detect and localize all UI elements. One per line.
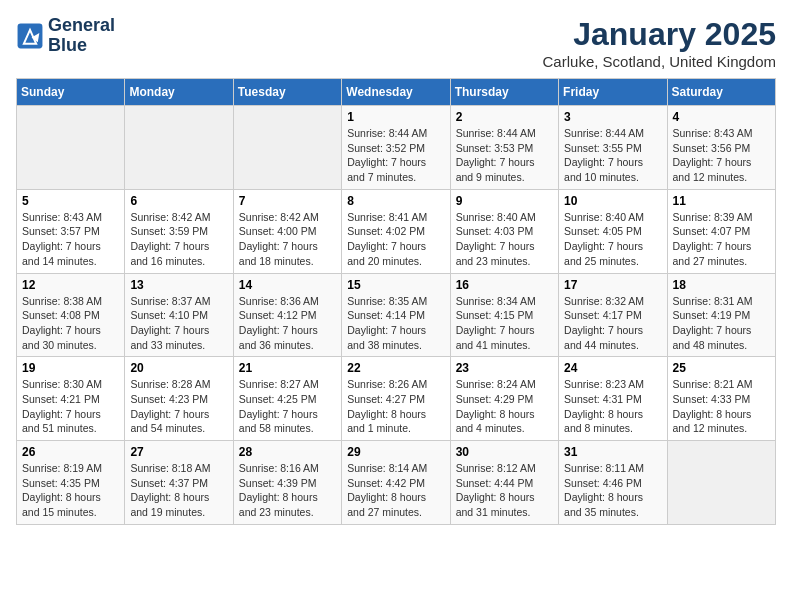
day-info: Sunrise: 8:40 AMSunset: 4:05 PMDaylight:… — [564, 210, 661, 269]
day-number: 6 — [130, 194, 227, 208]
logo-line2: Blue — [48, 36, 115, 56]
calendar-cell: 15Sunrise: 8:35 AMSunset: 4:14 PMDayligh… — [342, 273, 450, 357]
day-number: 23 — [456, 361, 553, 375]
day-info: Sunrise: 8:34 AMSunset: 4:15 PMDaylight:… — [456, 294, 553, 353]
day-info: Sunrise: 8:19 AMSunset: 4:35 PMDaylight:… — [22, 461, 119, 520]
day-info: Sunrise: 8:24 AMSunset: 4:29 PMDaylight:… — [456, 377, 553, 436]
calendar-cell: 25Sunrise: 8:21 AMSunset: 4:33 PMDayligh… — [667, 357, 775, 441]
calendar-week-1: 1Sunrise: 8:44 AMSunset: 3:52 PMDaylight… — [17, 106, 776, 190]
day-info: Sunrise: 8:30 AMSunset: 4:21 PMDaylight:… — [22, 377, 119, 436]
day-number: 1 — [347, 110, 444, 124]
day-number: 3 — [564, 110, 661, 124]
day-info: Sunrise: 8:40 AMSunset: 4:03 PMDaylight:… — [456, 210, 553, 269]
calendar-cell: 18Sunrise: 8:31 AMSunset: 4:19 PMDayligh… — [667, 273, 775, 357]
calendar-cell: 19Sunrise: 8:30 AMSunset: 4:21 PMDayligh… — [17, 357, 125, 441]
day-header-friday: Friday — [559, 79, 667, 106]
day-header-monday: Monday — [125, 79, 233, 106]
day-info: Sunrise: 8:18 AMSunset: 4:37 PMDaylight:… — [130, 461, 227, 520]
day-info: Sunrise: 8:16 AMSunset: 4:39 PMDaylight:… — [239, 461, 336, 520]
day-number: 25 — [673, 361, 770, 375]
calendar-cell: 20Sunrise: 8:28 AMSunset: 4:23 PMDayligh… — [125, 357, 233, 441]
calendar-cell: 27Sunrise: 8:18 AMSunset: 4:37 PMDayligh… — [125, 441, 233, 525]
day-number: 29 — [347, 445, 444, 459]
day-number: 30 — [456, 445, 553, 459]
day-info: Sunrise: 8:42 AMSunset: 3:59 PMDaylight:… — [130, 210, 227, 269]
day-number: 4 — [673, 110, 770, 124]
page-header: General Blue January 2025 Carluke, Scotl… — [16, 16, 776, 70]
calendar-subtitle: Carluke, Scotland, United Kingdom — [543, 53, 776, 70]
calendar-cell: 21Sunrise: 8:27 AMSunset: 4:25 PMDayligh… — [233, 357, 341, 441]
day-number: 9 — [456, 194, 553, 208]
calendar-cell — [233, 106, 341, 190]
day-number: 22 — [347, 361, 444, 375]
day-info: Sunrise: 8:32 AMSunset: 4:17 PMDaylight:… — [564, 294, 661, 353]
day-number: 27 — [130, 445, 227, 459]
day-info: Sunrise: 8:44 AMSunset: 3:52 PMDaylight:… — [347, 126, 444, 185]
calendar-week-3: 12Sunrise: 8:38 AMSunset: 4:08 PMDayligh… — [17, 273, 776, 357]
day-number: 16 — [456, 278, 553, 292]
day-number: 10 — [564, 194, 661, 208]
day-info: Sunrise: 8:36 AMSunset: 4:12 PMDaylight:… — [239, 294, 336, 353]
day-number: 12 — [22, 278, 119, 292]
calendar-cell: 6Sunrise: 8:42 AMSunset: 3:59 PMDaylight… — [125, 189, 233, 273]
day-header-wednesday: Wednesday — [342, 79, 450, 106]
calendar-cell — [125, 106, 233, 190]
day-header-thursday: Thursday — [450, 79, 558, 106]
day-number: 18 — [673, 278, 770, 292]
calendar-week-4: 19Sunrise: 8:30 AMSunset: 4:21 PMDayligh… — [17, 357, 776, 441]
day-number: 8 — [347, 194, 444, 208]
day-info: Sunrise: 8:12 AMSunset: 4:44 PMDaylight:… — [456, 461, 553, 520]
calendar-cell: 14Sunrise: 8:36 AMSunset: 4:12 PMDayligh… — [233, 273, 341, 357]
calendar-cell: 29Sunrise: 8:14 AMSunset: 4:42 PMDayligh… — [342, 441, 450, 525]
day-number: 26 — [22, 445, 119, 459]
day-info: Sunrise: 8:27 AMSunset: 4:25 PMDaylight:… — [239, 377, 336, 436]
calendar-week-5: 26Sunrise: 8:19 AMSunset: 4:35 PMDayligh… — [17, 441, 776, 525]
day-info: Sunrise: 8:41 AMSunset: 4:02 PMDaylight:… — [347, 210, 444, 269]
day-info: Sunrise: 8:14 AMSunset: 4:42 PMDaylight:… — [347, 461, 444, 520]
calendar-table: SundayMondayTuesdayWednesdayThursdayFrid… — [16, 78, 776, 525]
logo: General Blue — [16, 16, 115, 56]
day-info: Sunrise: 8:43 AMSunset: 3:57 PMDaylight:… — [22, 210, 119, 269]
calendar-cell: 22Sunrise: 8:26 AMSunset: 4:27 PMDayligh… — [342, 357, 450, 441]
logo-line1: General — [48, 16, 115, 36]
day-info: Sunrise: 8:28 AMSunset: 4:23 PMDaylight:… — [130, 377, 227, 436]
calendar-cell: 10Sunrise: 8:40 AMSunset: 4:05 PMDayligh… — [559, 189, 667, 273]
calendar-cell: 13Sunrise: 8:37 AMSunset: 4:10 PMDayligh… — [125, 273, 233, 357]
day-info: Sunrise: 8:21 AMSunset: 4:33 PMDaylight:… — [673, 377, 770, 436]
day-info: Sunrise: 8:42 AMSunset: 4:00 PMDaylight:… — [239, 210, 336, 269]
day-number: 21 — [239, 361, 336, 375]
day-number: 15 — [347, 278, 444, 292]
day-number: 19 — [22, 361, 119, 375]
day-info: Sunrise: 8:35 AMSunset: 4:14 PMDaylight:… — [347, 294, 444, 353]
day-number: 11 — [673, 194, 770, 208]
calendar-cell: 8Sunrise: 8:41 AMSunset: 4:02 PMDaylight… — [342, 189, 450, 273]
day-number: 7 — [239, 194, 336, 208]
title-block: January 2025 Carluke, Scotland, United K… — [543, 16, 776, 70]
day-info: Sunrise: 8:43 AMSunset: 3:56 PMDaylight:… — [673, 126, 770, 185]
day-info: Sunrise: 8:37 AMSunset: 4:10 PMDaylight:… — [130, 294, 227, 353]
calendar-cell: 26Sunrise: 8:19 AMSunset: 4:35 PMDayligh… — [17, 441, 125, 525]
calendar-cell: 4Sunrise: 8:43 AMSunset: 3:56 PMDaylight… — [667, 106, 775, 190]
calendar-cell: 5Sunrise: 8:43 AMSunset: 3:57 PMDaylight… — [17, 189, 125, 273]
calendar-cell: 30Sunrise: 8:12 AMSunset: 4:44 PMDayligh… — [450, 441, 558, 525]
calendar-cell: 3Sunrise: 8:44 AMSunset: 3:55 PMDaylight… — [559, 106, 667, 190]
day-number: 14 — [239, 278, 336, 292]
day-info: Sunrise: 8:23 AMSunset: 4:31 PMDaylight:… — [564, 377, 661, 436]
calendar-cell: 1Sunrise: 8:44 AMSunset: 3:52 PMDaylight… — [342, 106, 450, 190]
day-number: 20 — [130, 361, 227, 375]
day-number: 5 — [22, 194, 119, 208]
days-header-row: SundayMondayTuesdayWednesdayThursdayFrid… — [17, 79, 776, 106]
day-header-sunday: Sunday — [17, 79, 125, 106]
day-number: 13 — [130, 278, 227, 292]
calendar-cell: 11Sunrise: 8:39 AMSunset: 4:07 PMDayligh… — [667, 189, 775, 273]
day-number: 17 — [564, 278, 661, 292]
calendar-cell: 12Sunrise: 8:38 AMSunset: 4:08 PMDayligh… — [17, 273, 125, 357]
day-number: 28 — [239, 445, 336, 459]
calendar-cell — [17, 106, 125, 190]
calendar-cell: 24Sunrise: 8:23 AMSunset: 4:31 PMDayligh… — [559, 357, 667, 441]
calendar-cell: 7Sunrise: 8:42 AMSunset: 4:00 PMDaylight… — [233, 189, 341, 273]
calendar-cell: 28Sunrise: 8:16 AMSunset: 4:39 PMDayligh… — [233, 441, 341, 525]
day-header-saturday: Saturday — [667, 79, 775, 106]
day-info: Sunrise: 8:11 AMSunset: 4:46 PMDaylight:… — [564, 461, 661, 520]
calendar-cell: 17Sunrise: 8:32 AMSunset: 4:17 PMDayligh… — [559, 273, 667, 357]
